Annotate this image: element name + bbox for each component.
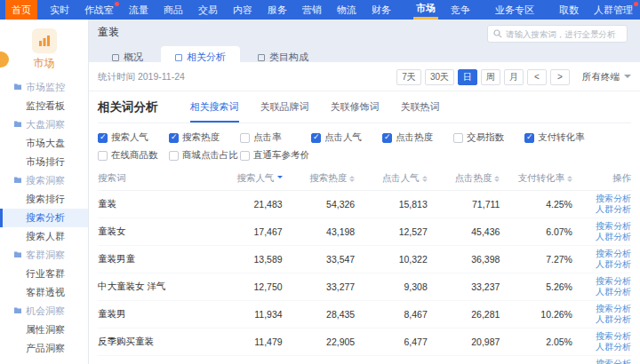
search-analysis-link[interactable]: 搜索分析 (572, 221, 631, 232)
checkbox-icon[interactable] (311, 133, 321, 143)
sidebar-item[interactable]: 监控看板 (0, 97, 88, 115)
crowd-analysis-link[interactable]: 人群分析 (572, 259, 631, 270)
topnav-item[interactable]: 实时 (47, 0, 72, 20)
subtab[interactable]: 关联品牌词 (260, 100, 309, 123)
topnav-item[interactable]: 服务 (265, 0, 290, 20)
metric-checkbox-item[interactable]: 点击热度 (382, 131, 453, 144)
search-analysis-link[interactable]: 搜索分析 (572, 359, 631, 364)
topnav-item[interactable]: 物流 (334, 0, 359, 20)
topnav-item[interactable]: 首页 (5, 0, 37, 20)
keyword-cell: 反季购买童装 (98, 328, 210, 356)
topnav-item[interactable]: 作战室 (82, 0, 116, 20)
sidebar-item[interactable]: 机会洞察 (0, 302, 88, 320)
topnav-item[interactable]: 市场 (413, 0, 438, 20)
checkbox-icon[interactable] (98, 133, 108, 143)
metric-checkbox-item[interactable]: 直通车参考价 (240, 149, 311, 162)
sidebar-item[interactable]: 市场排行 (0, 153, 88, 171)
metric-checkbox-item[interactable]: 商城点击占比 (169, 149, 240, 162)
subtab[interactable]: 关联热词 (401, 100, 440, 123)
topnav-item-label: 物流 (337, 4, 356, 17)
sidebar-item-label: 搜索分析 (26, 212, 65, 223)
search-analysis-link[interactable]: 搜索分析 (572, 249, 631, 259)
checkbox-icon[interactable] (453, 133, 463, 143)
terminal-dropdown[interactable]: 所有终端 (582, 71, 631, 83)
category-tab[interactable]: 类目构成 (244, 46, 323, 69)
metric-checkbox-item[interactable]: 支付转化率 (524, 131, 596, 144)
metric-label: 直通车参考价 (253, 149, 309, 162)
sidebar-item[interactable]: 搜索人群 (0, 227, 88, 246)
checkbox-icon[interactable] (524, 133, 534, 143)
metric-checkbox-item[interactable]: 在线商品数 (98, 149, 169, 162)
metric-checkbox-item[interactable]: 点击人气 (311, 131, 382, 144)
sidebar-item-label: 大盘洞察 (26, 115, 65, 134)
sidebar-item[interactable]: 产品洞察 (0, 339, 88, 358)
click-pop-cell: 15,813 (355, 191, 428, 218)
checkbox-icon[interactable] (169, 151, 179, 161)
topnav-item[interactable]: 商品 (161, 0, 186, 20)
click-pop-cell: 9,308 (355, 273, 428, 301)
sidebar-item[interactable]: 搜索洞察 (0, 171, 88, 190)
crowd-analysis-link[interactable]: 人群分析 (572, 287, 631, 297)
crowd-analysis-link[interactable]: 人群分析 (572, 314, 631, 325)
sidebar-item[interactable]: 客群洞察 (0, 246, 88, 265)
checkbox-icon[interactable] (169, 133, 179, 143)
sidebar-item[interactable]: 市场大盘 (0, 134, 88, 153)
topnav-item[interactable]: 人群管理 (591, 0, 636, 20)
search-analysis-link[interactable]: 搜索分析 (572, 276, 631, 287)
sidebar-item-label: 搜索洞察 (26, 171, 65, 190)
category-tab[interactable]: 概况 (98, 46, 157, 69)
search-analysis-link[interactable]: 搜索分析 (572, 331, 631, 342)
crowd-analysis-link[interactable]: 人群分析 (572, 232, 631, 242)
range-button[interactable]: 周 (481, 69, 500, 85)
sidebar-item[interactable]: 搜索排行 (0, 190, 88, 209)
topnav-item[interactable]: 财务 (369, 0, 394, 20)
pay-rate-cell: 5.26% (500, 273, 572, 301)
sidebar-item[interactable]: 市场监控 (0, 78, 88, 97)
crowd-analysis-link[interactable]: 人群分析 (572, 342, 631, 352)
topnav-item[interactable]: 交易 (196, 0, 220, 20)
topnav-item[interactable]: 营销 (300, 0, 324, 20)
range-button[interactable]: 7天 (396, 69, 421, 85)
checkbox-icon[interactable] (98, 151, 108, 161)
checkbox-icon[interactable] (382, 133, 392, 143)
sidebar-item[interactable]: 行业客群 (0, 265, 88, 283)
actions-cell: 搜索分析 人群分析 (572, 328, 631, 356)
subtab[interactable]: 相关搜索词 (190, 100, 239, 123)
column-header-pay-rate[interactable]: 支付转化率 (500, 167, 572, 191)
search-analysis-link[interactable]: 搜索分析 (572, 304, 631, 314)
keyword-search-input[interactable] (506, 29, 621, 39)
click-pop-cell: 8,467 (355, 301, 428, 328)
topnav-item[interactable]: 竞争 (448, 0, 473, 20)
sidebar-item[interactable]: 属性洞察 (0, 320, 88, 339)
column-header-click-heat[interactable]: 点击热度 (428, 167, 500, 191)
range-button[interactable]: 月 (504, 69, 524, 85)
sidebar-item[interactable]: 搜索分析 (0, 209, 88, 227)
crowd-analysis-link[interactable]: 人群分析 (572, 204, 631, 215)
category-tab[interactable]: 相关分析 (161, 46, 240, 69)
sidebar-item[interactable]: 大盘洞察 (0, 115, 88, 134)
sidebar-item[interactable]: 客群透视 (0, 283, 88, 302)
search-analysis-link[interactable]: 搜索分析 (572, 194, 631, 204)
checkbox-icon[interactable] (240, 133, 250, 143)
prev-page-button[interactable]: < (527, 69, 547, 85)
terminal-dropdown-label: 所有终端 (582, 71, 620, 83)
topnav-item[interactable]: 业务专区 (492, 0, 537, 20)
content-area: 统计时间 2019-11-24 7天 30天 日 周 月 (89, 62, 640, 364)
column-header-search-pop[interactable]: 搜索人气 (210, 167, 283, 191)
metric-checkbox-item[interactable]: 点击率 (240, 131, 311, 144)
topnav-item[interactable]: 内容 (230, 0, 255, 20)
subtab[interactable]: 关联修饰词 (331, 100, 380, 123)
metric-checkbox-item[interactable]: 搜索人气 (98, 131, 169, 144)
metric-checkbox-item[interactable]: 搜索热度 (169, 131, 240, 144)
sidebar-item-label: 市场大盘 (26, 138, 65, 148)
topnav-item[interactable]: 流量 (126, 0, 151, 20)
sidebar-item-label: 属性洞察 (26, 324, 65, 335)
topnav-item[interactable]: 取数 (556, 0, 581, 20)
column-header-click-pop[interactable]: 点击人气 (355, 167, 428, 191)
column-header-search-heat[interactable]: 搜索热度 (283, 167, 356, 191)
checkbox-icon[interactable] (240, 151, 250, 161)
range-button[interactable]: 30天 (425, 69, 454, 85)
metric-checkbox-item[interactable]: 交易指数 (453, 131, 524, 144)
next-page-button[interactable]: > (550, 69, 570, 85)
range-button[interactable]: 日 (458, 69, 477, 85)
